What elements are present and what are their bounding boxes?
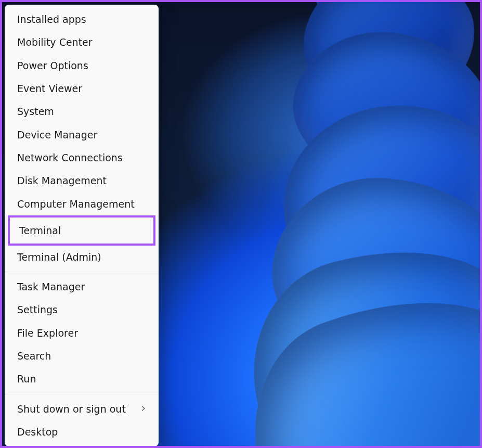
chevron-right-icon: [141, 405, 146, 413]
menu-item-search[interactable]: Search: [5, 344, 159, 367]
menu-item-label: Installed apps: [17, 14, 86, 25]
menu-item-label: Mobility Center: [17, 36, 93, 48]
menu-item-disk-management[interactable]: Disk Management: [5, 169, 159, 192]
menu-item-label: Power Options: [17, 60, 88, 71]
menu-item-label: Network Connections: [17, 152, 123, 163]
menu-item-label: Event Viewer: [17, 83, 82, 94]
menu-item-terminal-admin[interactable]: Terminal (Admin): [5, 246, 159, 268]
menu-item-label: Terminal: [19, 225, 61, 236]
menu-item-label: System: [17, 106, 54, 117]
menu-item-label: Shut down or sign out: [17, 403, 126, 415]
menu-item-label: File Explorer: [17, 327, 78, 339]
menu-item-label: Terminal (Admin): [17, 251, 101, 263]
menu-item-run[interactable]: Run: [5, 367, 159, 390]
menu-item-power-options[interactable]: Power Options: [5, 54, 159, 77]
quick-link-menu: Installed apps Mobility Center Power Opt…: [5, 5, 159, 446]
menu-item-network-connections[interactable]: Network Connections: [5, 146, 159, 169]
menu-item-file-explorer[interactable]: File Explorer: [5, 322, 159, 344]
menu-item-installed-apps[interactable]: Installed apps: [5, 8, 159, 31]
menu-item-task-manager[interactable]: Task Manager: [5, 275, 159, 298]
menu-item-label: Desktop: [17, 426, 58, 438]
menu-item-label: Computer Management: [17, 198, 135, 210]
menu-item-label: Disk Management: [17, 175, 107, 186]
menu-item-settings[interactable]: Settings: [5, 298, 159, 321]
menu-item-label: Device Manager: [17, 129, 97, 140]
menu-item-desktop[interactable]: Desktop: [5, 420, 159, 443]
menu-item-system[interactable]: System: [5, 100, 159, 123]
menu-divider: [5, 394, 159, 394]
menu-item-computer-management[interactable]: Computer Management: [5, 192, 159, 215]
menu-item-event-viewer[interactable]: Event Viewer: [5, 77, 159, 100]
menu-item-mobility-center[interactable]: Mobility Center: [5, 31, 159, 54]
menu-item-label: Run: [17, 373, 36, 385]
menu-item-shut-down-or-sign-out[interactable]: Shut down or sign out: [5, 397, 159, 420]
menu-item-device-manager[interactable]: Device Manager: [5, 123, 159, 146]
menu-divider: [5, 272, 159, 272]
menu-item-label: Settings: [17, 304, 58, 315]
menu-item-terminal[interactable]: Terminal: [8, 215, 155, 246]
menu-item-label: Task Manager: [17, 281, 85, 292]
menu-item-label: Search: [17, 350, 51, 362]
